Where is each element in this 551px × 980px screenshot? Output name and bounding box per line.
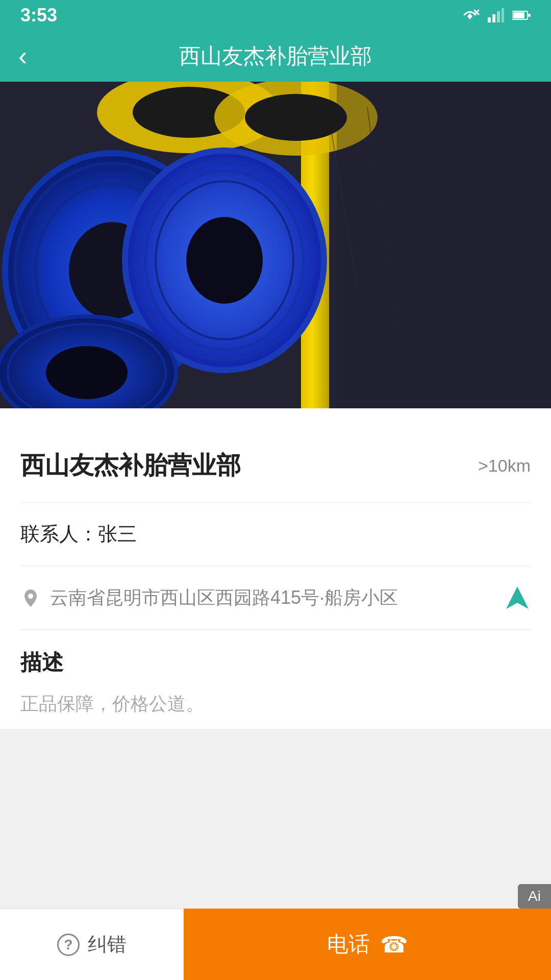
- battery-icon: [512, 10, 531, 20]
- svg-point-37: [28, 594, 33, 599]
- tire-image-svg: [0, 82, 551, 408]
- navigate-icon[interactable]: [504, 584, 531, 611]
- contact-row: 联系人：张三: [20, 503, 531, 566]
- svg-point-32: [46, 346, 128, 399]
- location-pin-icon: [20, 587, 41, 608]
- svg-rect-36: [337, 82, 551, 408]
- back-button[interactable]: ‹: [18, 41, 27, 71]
- svg-point-28: [186, 217, 263, 304]
- contact-info: 联系人：张三: [20, 523, 137, 545]
- address-left: 云南省昆明市西山区西园路415号·船房小区: [20, 585, 398, 610]
- report-button[interactable]: ? 纠错: [0, 909, 184, 980]
- report-icon: ?: [57, 934, 80, 956]
- signal-icon: [488, 8, 504, 22]
- app-header: ‹ 西山友杰补胎营业部: [0, 31, 551, 82]
- address-row[interactable]: 云南省昆明市西山区西园路415号·船房小区: [20, 566, 531, 630]
- description-title: 描述: [20, 648, 531, 677]
- call-label: 电话: [327, 930, 370, 959]
- svg-rect-4: [497, 11, 500, 22]
- status-time: 3:53: [20, 5, 57, 26]
- svg-marker-38: [506, 586, 529, 609]
- svg-rect-7: [513, 12, 524, 18]
- svg-rect-2: [488, 17, 491, 22]
- description-text: 正品保障，价格公道。: [20, 689, 531, 719]
- wifi-icon: [460, 8, 480, 22]
- distance-label: >10km: [478, 456, 531, 476]
- address-text: 云南省昆明市西山区西园路415号·船房小区: [50, 585, 398, 610]
- ai-badge: Ai: [518, 884, 551, 909]
- call-button[interactable]: 电话 ☎: [184, 909, 551, 980]
- phone-icon: ☎: [380, 932, 408, 958]
- hero-image: [0, 82, 551, 408]
- svg-rect-8: [528, 14, 531, 17]
- shop-name: 西山友杰补胎营业部: [20, 449, 241, 482]
- description-section: 描述 正品保障，价格公道。: [20, 630, 531, 729]
- svg-rect-5: [502, 8, 504, 22]
- svg-rect-3: [492, 14, 495, 22]
- report-label: 纠错: [88, 932, 127, 958]
- content-section: 西山友杰补胎营业部 >10km 联系人：张三 云南省昆明市西山区西园路415号·…: [0, 408, 551, 729]
- page-title: 西山友杰补胎营业部: [179, 42, 372, 70]
- status-bar: 3:53: [0, 0, 551, 31]
- shop-name-row: 西山友杰补胎营业部 >10km: [20, 429, 531, 503]
- bottom-bar: ? 纠错 电话 ☎: [0, 909, 551, 980]
- status-icons: [460, 8, 531, 22]
